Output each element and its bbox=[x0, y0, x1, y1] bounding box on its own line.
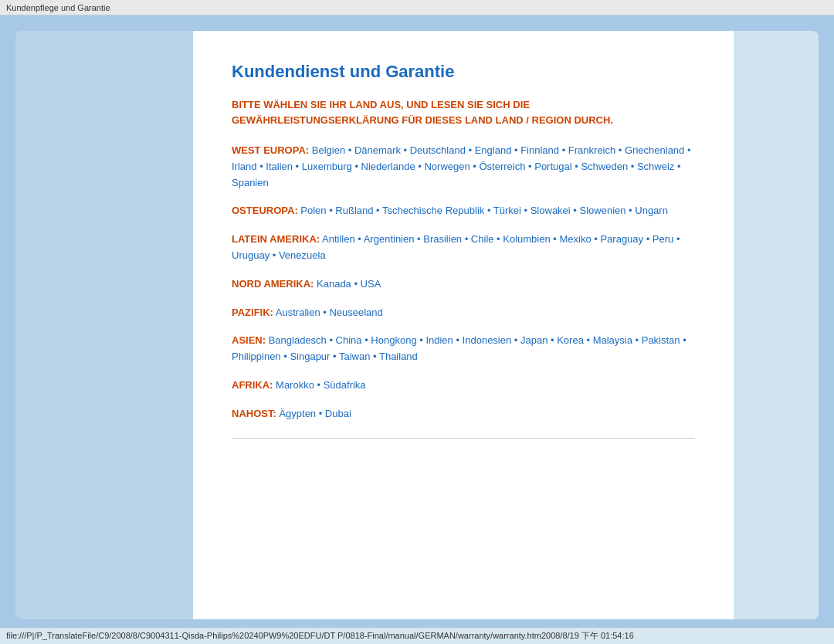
section-latein-amerika: LATEIN AMERIKA: Antillen • Argentinien •… bbox=[232, 232, 695, 264]
title-bar: Kundenpflege und Garantie bbox=[0, 0, 834, 15]
region-label-asien: ASIEN: bbox=[232, 334, 266, 346]
region-label-latein-amerika: LATEIN AMERIKA: bbox=[232, 233, 320, 245]
region-label-nord-amerika: NORD AMERIKA: bbox=[232, 278, 314, 290]
region-label-osteuropa: OSTEUROPA: bbox=[232, 205, 298, 216]
region-label-west-europa: WEST EUROPA: bbox=[232, 144, 309, 156]
region-links-nahost[interactable]: Ägypten • Dubai bbox=[276, 408, 351, 419]
region-label-pazifik: PAZIFIK: bbox=[232, 307, 273, 318]
section-asien: ASIEN: Bangladesch • China • Hongkong • … bbox=[232, 333, 695, 365]
region-links-afrika[interactable]: Marokko • Südafrika bbox=[273, 379, 365, 391]
page-title: Kundendienst und Garantie bbox=[232, 62, 695, 82]
region-label-nahost: NAHOST: bbox=[232, 408, 276, 419]
region-links-nord-amerika[interactable]: Kanada • USA bbox=[314, 278, 381, 290]
region-label-afrika: AFRIKA: bbox=[232, 379, 273, 391]
section-nahost: NAHOST: Ägypten • Dubai bbox=[232, 406, 695, 422]
intro-text: BITTE WÄHLEN SIE IHR LAND AUS, UND LESEN… bbox=[232, 97, 695, 127]
region-links-osteuropa[interactable]: Polen • Rußland • Tschechische Republik … bbox=[298, 205, 668, 216]
section-osteuropa: OSTEUROPA: Polen • Rußland • Tschechisch… bbox=[232, 203, 695, 219]
section-nord-amerika: NORD AMERIKA: Kanada • USA bbox=[232, 276, 695, 293]
section-afrika: AFRIKA: Marokko • Südafrika bbox=[232, 378, 695, 394]
content-panel: Kundendienst und Garantie BITTE WÄHLEN S… bbox=[193, 31, 734, 619]
main-area: Kundendienst und Garantie BITTE WÄHLEN S… bbox=[0, 15, 834, 627]
region-links-pazifik[interactable]: Australien • Neuseeland bbox=[273, 307, 383, 318]
region-links-asien[interactable]: Bangladesch • China • Hongkong • Indien … bbox=[232, 334, 687, 362]
left-panel bbox=[15, 31, 193, 619]
status-bar-text: file:///P|/P_TranslateFile/C9/2008/8/C90… bbox=[6, 630, 634, 642]
section-divider bbox=[232, 438, 695, 439]
title-bar-text: Kundenpflege und Garantie bbox=[6, 3, 110, 12]
section-pazifik: PAZIFIK: Australien • Neuseeland bbox=[232, 305, 695, 321]
right-panel bbox=[734, 31, 819, 619]
status-bar: file:///P|/P_TranslateFile/C9/2008/8/C90… bbox=[0, 627, 834, 644]
section-west-europa: WEST EUROPA: Belgien • Dänemark • Deutsc… bbox=[232, 143, 695, 191]
